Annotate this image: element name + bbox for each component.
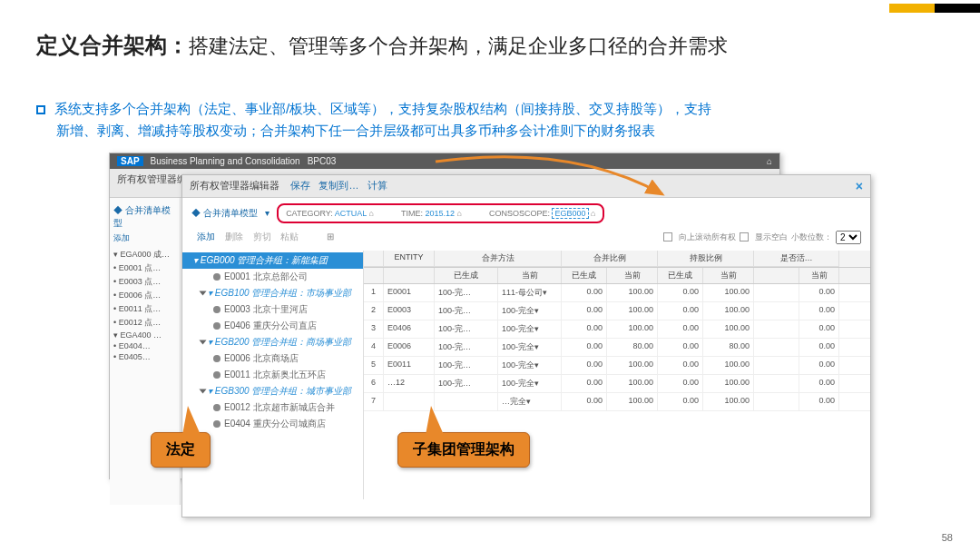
calc-button[interactable]: 计算 xyxy=(368,180,387,191)
filter-category[interactable]: CATEGORY: ACTUAL ⌂ xyxy=(286,209,374,218)
checkbox-rollup[interactable] xyxy=(663,232,672,242)
bullet-text: 系统支持多个合并架构（法定、事业部/板块、区域等），支持复杂股权结构（间接持股、… xyxy=(36,98,711,142)
tree-node[interactable]: ▾ EGA400 … xyxy=(113,330,176,340)
tree-root[interactable]: ▾ EGB000 管理合并组：新能集团 xyxy=(182,252,363,269)
tree-node[interactable]: • E0011 点… xyxy=(113,302,176,316)
col-method: 合并方法 xyxy=(435,251,562,267)
callout-legal: 法定 xyxy=(151,432,211,468)
dim-label: ◆ 合并清单模型 xyxy=(113,202,176,232)
tree-node[interactable]: • E0006 点… xyxy=(113,289,176,302)
paste-action[interactable]: 粘贴 xyxy=(280,232,299,242)
dim-label: ◆ 合并清单模型 ▾ xyxy=(191,207,270,220)
tool-icon[interactable]: ⊞ xyxy=(327,232,334,242)
del-action[interactable]: 删除 xyxy=(225,232,243,242)
precision-controls: 向上滚动所有权 显示空白 小数位数： 2 xyxy=(663,231,861,244)
cut-action[interactable]: 剪切 xyxy=(253,232,271,242)
tree-node[interactable]: • E0404… xyxy=(113,340,176,351)
tree-node[interactable]: • E0003 点… xyxy=(113,275,176,289)
col-entity: ENTITY xyxy=(384,251,435,267)
table-row[interactable]: 4E0006100-完…100-完全▾0.0080.000.0080.000.0… xyxy=(364,339,870,357)
tree-leaf[interactable]: E0406 重庆分公司直店 xyxy=(182,318,363,334)
filter-highlight: CATEGORY: ACTUAL ⌂ TIME: 2015.12 ⌂ CONSO… xyxy=(277,203,604,223)
col-act: 是否活… xyxy=(754,251,839,267)
tree-leaf[interactable]: E0012 北京超市新城店合并 xyxy=(182,399,363,416)
corner-accent xyxy=(889,0,980,16)
filter-scope[interactable]: CONSOSCOPE: EGB000 ⌂ xyxy=(489,209,596,218)
table-row[interactable]: 6…12100-完…100-完全▾0.00100.000.00100.000.0… xyxy=(364,375,870,393)
table-row[interactable]: 2E0003100-完…100-完全▾0.00100.000.00100.000… xyxy=(364,302,870,320)
tree-leaf[interactable]: E0003 北京十里河店 xyxy=(182,301,363,318)
close-icon[interactable]: × xyxy=(856,179,863,193)
filter-time[interactable]: TIME: 2015.12 ⌂ xyxy=(401,209,462,218)
table-row[interactable]: 1E0001100-完…111-母公司▾0.00100.000.00100.00… xyxy=(364,284,870,302)
app-name: Business Planning and Consolidation xyxy=(151,156,300,166)
tree-actions: 添加 删除 剪切 粘贴 ⊞ xyxy=(191,229,347,245)
bullet-icon xyxy=(36,105,45,114)
col-conso: 合并比例 xyxy=(562,251,658,267)
callout-subgroup: 子集团管理架构 xyxy=(397,432,530,468)
tree-node[interactable]: • E0001 点… xyxy=(113,261,176,275)
tree-node[interactable]: • E0012 点… xyxy=(113,316,176,330)
tree-node[interactable]: ▾ EGA000 成… xyxy=(113,248,176,261)
tree-leaf[interactable]: E0011 北京新奥北五环店 xyxy=(182,367,363,383)
table-row[interactable]: 3E0406100-完…100-完全▾0.00100.000.00100.000… xyxy=(364,320,870,339)
tree-node[interactable]: • E0405… xyxy=(113,351,176,362)
tree-leaf[interactable]: E0001 北京总部公司 xyxy=(182,269,363,285)
app-code: BPC03 xyxy=(308,156,337,166)
copy-button[interactable]: 复制到… xyxy=(318,180,358,191)
slide-title: 定义合并架构：搭建法定、管理等多个合并架构，满足企业多口径的合并需求 xyxy=(36,31,728,60)
tree-leaf[interactable]: E0404 重庆分公司城商店 xyxy=(182,416,363,432)
home-icon[interactable]: ⌂ xyxy=(767,156,772,166)
sap-logo: SAP xyxy=(117,156,143,166)
tree-leaf[interactable]: E0006 北京商场店 xyxy=(182,350,363,367)
add-link[interactable]: 添加 xyxy=(113,232,176,244)
title-bold: 定义合并架构： xyxy=(36,33,189,57)
checkbox-blank[interactable] xyxy=(740,232,749,242)
page-number: 58 xyxy=(942,532,953,543)
tree-group[interactable]: ▾ EGB300 管理合并组：城市事业部 xyxy=(182,383,363,399)
tree-group[interactable]: ▾ EGB100 管理合并组：市场事业部 xyxy=(182,285,363,301)
title-rest: 搭建法定、管理等多个合并架构，满足企业多口径的合并需求 xyxy=(189,34,728,57)
add-action[interactable]: 添加 xyxy=(197,232,215,242)
table-row[interactable]: 5E0011100-完…100-完全▾0.00100.000.00100.000… xyxy=(364,357,870,375)
tree-group[interactable]: ▾ EGB200 管理合并组：商场事业部 xyxy=(182,334,363,350)
save-button[interactable]: 保存 xyxy=(290,180,310,191)
col-hold: 持股比例 xyxy=(658,251,754,267)
front-title-bar: 所有权管理器编辑器 保存 复制到… 计算 × xyxy=(182,175,870,198)
precision-select[interactable]: 2 xyxy=(836,231,861,244)
app-bar: SAP Business Planning and Consolidation … xyxy=(110,153,779,169)
filter-bar: ◆ 合并清单模型 ▾ CATEGORY: ACTUAL ⌂ TIME: 2015… xyxy=(182,198,870,229)
